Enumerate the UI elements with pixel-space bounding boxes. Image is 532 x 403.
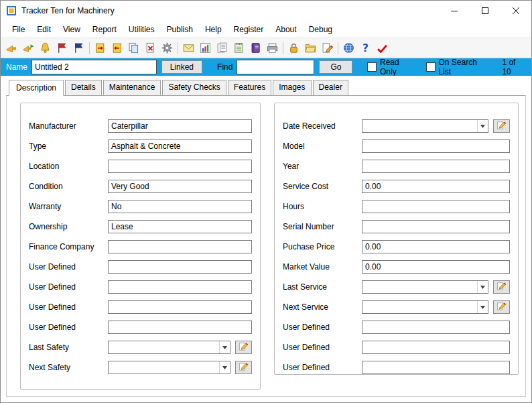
app-window: Tracker Ten for Machinery FileEditViewRe… bbox=[0, 0, 532, 403]
field-row-warranty: Warranty bbox=[29, 200, 252, 213]
field-row-user-defined: User Defined bbox=[283, 361, 510, 374]
tab-features[interactable]: Features bbox=[228, 80, 271, 96]
date-received-date-input[interactable] bbox=[362, 119, 488, 133]
titlebar: Tracker Ten for Machinery bbox=[1, 1, 531, 21]
find-input[interactable] bbox=[237, 60, 314, 74]
warranty-input[interactable] bbox=[108, 200, 252, 213]
user-defined-input[interactable] bbox=[362, 361, 510, 374]
horn-icon[interactable] bbox=[3, 40, 20, 56]
field-row-hours: Hours bbox=[283, 200, 510, 213]
menu-debug[interactable]: Debug bbox=[303, 22, 338, 37]
next-service-date-input[interactable] bbox=[362, 300, 488, 314]
gear-icon[interactable] bbox=[159, 40, 176, 56]
web-icon[interactable] bbox=[340, 40, 357, 56]
print-icon[interactable] bbox=[264, 40, 281, 56]
hours-input[interactable] bbox=[362, 200, 510, 213]
tab-details[interactable]: Details bbox=[65, 80, 102, 96]
mail-merge-icon[interactable] bbox=[180, 40, 197, 56]
menu-about[interactable]: About bbox=[269, 22, 302, 37]
dropdown-arrow-icon[interactable] bbox=[219, 361, 230, 373]
menu-view[interactable]: View bbox=[57, 22, 86, 37]
user-defined-input[interactable] bbox=[108, 260, 252, 274]
user-defined-input[interactable] bbox=[362, 321, 510, 334]
edit-date-button[interactable] bbox=[493, 280, 510, 294]
menu-utilities[interactable]: Utilities bbox=[123, 22, 161, 37]
serial-number-input[interactable] bbox=[362, 220, 510, 233]
folder-open-icon[interactable] bbox=[302, 40, 319, 56]
field-label: Date Received bbox=[283, 121, 362, 131]
edit-date-button[interactable] bbox=[235, 361, 252, 374]
finance-company-input[interactable] bbox=[108, 240, 252, 253]
service-cost-input[interactable] bbox=[362, 180, 510, 193]
delete-pages-icon[interactable] bbox=[142, 40, 159, 56]
last-safety-date-field bbox=[108, 341, 252, 354]
linked-button[interactable]: Linked bbox=[161, 60, 202, 74]
next-service-date-field bbox=[362, 300, 510, 314]
book-export-icon[interactable] bbox=[109, 40, 125, 56]
dropdown-arrow-icon[interactable] bbox=[477, 301, 488, 313]
tab-images[interactable]: Images bbox=[273, 80, 311, 96]
edit-copy-icon[interactable] bbox=[319, 40, 336, 56]
menu-help[interactable]: Help bbox=[199, 22, 228, 37]
condition-input[interactable] bbox=[108, 180, 252, 193]
name-input[interactable] bbox=[31, 60, 157, 74]
next-safety-date-input[interactable] bbox=[108, 361, 230, 374]
chart-icon[interactable] bbox=[197, 40, 214, 56]
book-import-icon[interactable] bbox=[92, 40, 109, 56]
go-button[interactable]: Go bbox=[319, 60, 352, 74]
user-defined-input[interactable] bbox=[108, 280, 252, 294]
dropdown-arrow-icon[interactable] bbox=[477, 120, 488, 132]
menu-file[interactable]: File bbox=[6, 22, 31, 37]
flag-red-icon[interactable] bbox=[54, 40, 70, 56]
manufacturer-input[interactable] bbox=[108, 119, 252, 133]
type-input[interactable] bbox=[108, 139, 252, 153]
user-defined-input[interactable] bbox=[362, 341, 510, 354]
on-search-list-checkbox[interactable] bbox=[426, 62, 436, 72]
user-defined-input[interactable] bbox=[108, 300, 252, 314]
copy-pages-icon[interactable] bbox=[125, 40, 142, 56]
tab-safety-checks[interactable]: Safety Checks bbox=[162, 80, 226, 96]
read-only-checkbox[interactable] bbox=[367, 62, 377, 72]
minimize-button[interactable] bbox=[439, 1, 470, 21]
notebook-icon[interactable] bbox=[230, 40, 247, 56]
market-value-input[interactable] bbox=[362, 260, 510, 274]
bell-icon[interactable] bbox=[37, 40, 54, 56]
puchase-price-input[interactable] bbox=[362, 240, 510, 253]
tab-maintenance[interactable]: Maintenance bbox=[103, 80, 161, 96]
dropdown-arrow-icon[interactable] bbox=[219, 341, 230, 353]
location-input[interactable] bbox=[108, 160, 252, 173]
close-button[interactable] bbox=[501, 1, 531, 21]
dropdown-arrow-icon[interactable] bbox=[477, 281, 488, 293]
menu-report[interactable]: Report bbox=[86, 22, 123, 37]
last-service-date-input[interactable] bbox=[362, 280, 488, 294]
tab-description[interactable]: Description bbox=[9, 80, 64, 96]
year-input[interactable] bbox=[362, 160, 510, 173]
lock-icon[interactable] bbox=[285, 40, 302, 56]
edit-date-button[interactable] bbox=[235, 341, 252, 354]
horn-arrow-icon[interactable] bbox=[20, 40, 37, 56]
spellcheck-icon[interactable] bbox=[374, 40, 391, 56]
edit-date-button[interactable] bbox=[493, 300, 510, 314]
field-row-type: Type bbox=[29, 139, 252, 153]
field-row-finance-company: Finance Company bbox=[29, 240, 252, 253]
menu-publish[interactable]: Publish bbox=[161, 22, 199, 37]
field-row-next-safety: Next Safety bbox=[29, 361, 252, 374]
tab-dealer[interactable]: Dealer bbox=[313, 80, 348, 96]
user-defined-input[interactable] bbox=[108, 321, 252, 334]
address-book-icon[interactable] bbox=[247, 40, 264, 56]
field-row-market-value: Market Value bbox=[283, 260, 510, 274]
ownership-input[interactable] bbox=[108, 220, 252, 233]
menu-edit[interactable]: Edit bbox=[31, 22, 57, 37]
model-input[interactable] bbox=[362, 139, 510, 153]
documents-icon[interactable] bbox=[214, 40, 230, 56]
help-icon[interactable]: ? bbox=[357, 40, 374, 56]
edit-date-button[interactable] bbox=[493, 119, 510, 133]
record-count: 1 of 10 bbox=[502, 58, 526, 76]
flag-navy-icon[interactable] bbox=[70, 40, 87, 56]
maximize-button[interactable] bbox=[470, 1, 501, 21]
field-label: Ownership bbox=[29, 222, 108, 231]
toolbar-separator bbox=[89, 42, 90, 54]
menu-register[interactable]: Register bbox=[228, 22, 270, 37]
field-label: Last Service bbox=[283, 282, 362, 292]
last-safety-date-input[interactable] bbox=[108, 341, 230, 354]
